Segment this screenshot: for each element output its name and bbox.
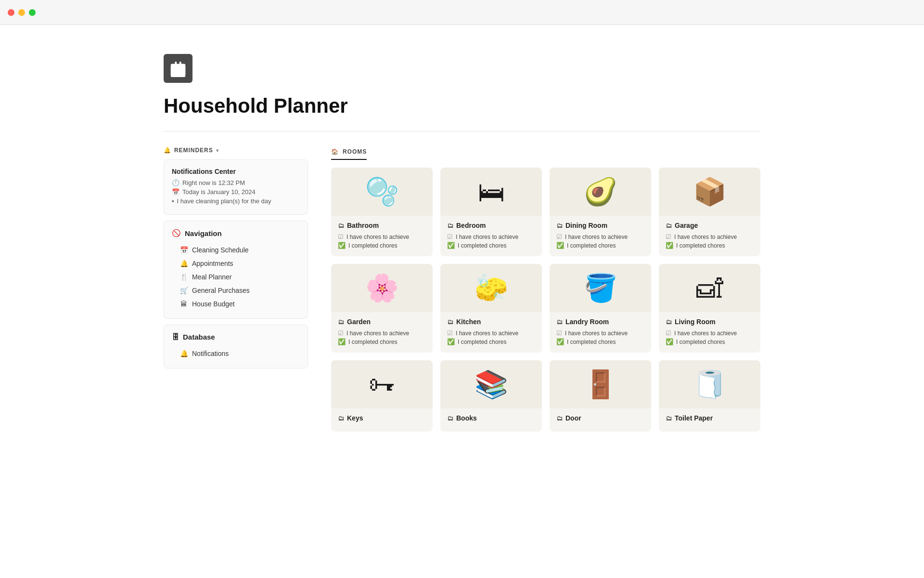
checkbox-unchecked-icon[interactable]: ☑ (556, 329, 562, 337)
notif-item-1: 📅 Today is January 10, 2024 (172, 188, 300, 196)
checkbox-unchecked-icon[interactable]: ☑ (666, 233, 671, 240)
chore-label: I completed chores (567, 339, 616, 345)
room-card-bathroom[interactable]: 🫧🗂Bathroom☑I have chores to achieve✅I co… (331, 168, 433, 256)
room-type-icon: 🗂 (666, 318, 672, 326)
chore-label: I have chores to achieve (456, 234, 518, 240)
room-name: 🗂Bathroom (338, 222, 426, 229)
room-type-icon: 🗂 (447, 318, 453, 326)
checkbox-checked-icon[interactable]: ✅ (666, 242, 673, 249)
maximize-button[interactable] (29, 9, 36, 16)
chore-item: ✅I completed chores (666, 242, 754, 249)
checkbox-unchecked-icon[interactable]: ☑ (447, 329, 453, 337)
room-card-keys[interactable]: 🗝🗂Keys (331, 360, 433, 432)
sidebar: 🔔 REMINDERS ▾ Notifications Center 🕛 Rig… (164, 147, 308, 368)
room-name: 🗂Door (556, 414, 644, 422)
bell-db-icon: 🔔 (180, 350, 188, 357)
checkbox-unchecked-icon[interactable]: ☑ (447, 233, 453, 240)
chore-item: ✅I completed chores (556, 242, 644, 249)
room-name: 🗂Keys (338, 414, 426, 422)
room-name-label: Garden (347, 318, 371, 326)
room-card-bedroom[interactable]: 🛏🗂Bedroom☑I have chores to achieve✅I com… (440, 168, 542, 256)
sidebar-item-cleaning-schedule[interactable]: 📅 Cleaning Schedule (172, 243, 300, 257)
checkbox-unchecked-icon[interactable]: ☑ (338, 329, 344, 337)
room-name-label: Bathroom (347, 222, 379, 229)
close-button[interactable] (8, 9, 14, 16)
rooms-label: ROOMS (343, 148, 367, 155)
room-card-body: 🗂Bathroom☑I have chores to achieve✅I com… (331, 216, 433, 256)
checkbox-checked-icon[interactable]: ✅ (338, 242, 346, 249)
room-card-kitchen[interactable]: 🧽🗂Kitchen☑I have chores to achieve✅I com… (440, 264, 542, 353)
room-card-toilet-paper[interactable]: 🧻🗂Toilet Paper (659, 360, 760, 432)
room-name-label: Garage (675, 222, 698, 229)
checkbox-unchecked-icon[interactable]: ☑ (556, 233, 562, 240)
chore-item: ✅I completed chores (338, 242, 426, 249)
page-title: Household Planner (164, 94, 760, 118)
room-card-living-room[interactable]: 🛋🗂Living Room☑I have chores to achieve✅I… (659, 264, 760, 353)
sidebar-item-label: House Budget (192, 300, 235, 308)
checkbox-checked-icon[interactable]: ✅ (556, 242, 564, 249)
room-type-icon: 🗂 (666, 415, 672, 422)
reminders-label: REMINDERS (174, 147, 213, 154)
navigation-icon: 🚫 (172, 229, 181, 237)
room-card-landry-room[interactable]: 🪣🗂Landry Room☑I have chores to achieve✅I… (550, 264, 651, 353)
room-name-label: Books (456, 414, 477, 422)
sidebar-item-appointments[interactable]: 🔔 Appointments (172, 257, 300, 270)
chore-item: ☑I have chores to achieve (666, 233, 754, 240)
main-area: 🏠 ROOMS 🫧🗂Bathroom☑I have chores to achi… (331, 147, 760, 432)
room-type-icon: 🗂 (338, 222, 344, 229)
room-card-door[interactable]: 🚪🗂Door (550, 360, 651, 432)
checkbox-unchecked-icon[interactable]: ☑ (666, 329, 671, 337)
checkbox-checked-icon[interactable]: ✅ (338, 338, 346, 345)
room-card-image: 🧽 (440, 264, 542, 312)
room-card-books[interactable]: 📚🗂Books (440, 360, 542, 432)
sidebar-item-label: Cleaning Schedule (192, 246, 249, 254)
room-name-label: Toilet Paper (675, 414, 713, 422)
chevron-down-icon: ▾ (216, 148, 219, 153)
chore-item: ☑I have chores to achieve (447, 329, 535, 337)
room-name-label: Kitchen (456, 318, 481, 326)
sidebar-item-label: Notifications (192, 350, 229, 357)
database-label: Database (183, 333, 215, 341)
fork-knife-icon: 🍴 (180, 273, 188, 281)
chore-label: I have chores to achieve (346, 234, 409, 240)
room-name: 🗂Dining Room (556, 222, 644, 229)
room-card-image: 🫧 (331, 168, 433, 216)
room-card-dining-room[interactable]: 🥑🗂Dining Room☑I have chores to achieve✅I… (550, 168, 651, 256)
chore-item: ☑I have chores to achieve (556, 329, 644, 337)
checkbox-checked-icon[interactable]: ✅ (666, 338, 673, 345)
minimize-button[interactable] (18, 9, 25, 16)
room-type-icon: 🗂 (556, 415, 563, 422)
room-name-label: Living Room (675, 318, 716, 326)
chore-item: ✅I completed chores (666, 338, 754, 345)
chore-item: ✅I completed chores (556, 338, 644, 345)
notif-item-2: ▪ I have cleaning plan(s) for the day (172, 197, 300, 205)
database-section-title: 🗄 Database (172, 333, 300, 341)
checkbox-checked-icon[interactable]: ✅ (447, 338, 455, 345)
reminders-section-header[interactable]: 🔔 REMINDERS ▾ (164, 147, 308, 154)
sidebar-item-house-budget[interactable]: 🏛 House Budget (172, 297, 300, 311)
checkbox-checked-icon[interactable]: ✅ (556, 338, 564, 345)
notif-text-2: I have cleaning plan(s) for the day (177, 197, 271, 205)
room-name: 🗂Toilet Paper (666, 414, 754, 422)
room-name: 🗂Living Room (666, 318, 754, 326)
chore-label: I have chores to achieve (456, 330, 518, 337)
sidebar-item-notifications[interactable]: 🔔 Notifications (172, 347, 300, 360)
room-type-icon: 🗂 (666, 222, 672, 229)
room-card-body: 🗂Toilet Paper (659, 408, 760, 432)
checkbox-checked-icon[interactable]: ✅ (447, 242, 455, 249)
room-name-label: Bedroom (456, 222, 486, 229)
notif-text-1: Today is January 10, 2024 (182, 188, 256, 196)
chore-label: I completed chores (458, 339, 506, 345)
chore-label: I have chores to achieve (674, 234, 737, 240)
chore-item: ✅I completed chores (447, 338, 535, 345)
room-type-icon: 🗂 (447, 222, 453, 229)
chore-label: I completed chores (567, 242, 616, 249)
sidebar-item-general-purchases[interactable]: 🛒 General Purchases (172, 284, 300, 297)
sidebar-item-meal-planner[interactable]: 🍴 Meal Planner (172, 270, 300, 284)
room-name-label: Landry Room (565, 318, 609, 326)
room-card-body: 🗂Kitchen☑I have chores to achieve✅I comp… (440, 312, 542, 353)
checkbox-unchecked-icon[interactable]: ☑ (338, 233, 344, 240)
room-card-garden[interactable]: 🌸🗂Garden☑I have chores to achieve✅I comp… (331, 264, 433, 353)
room-card-image: 🧻 (659, 360, 760, 408)
room-card-garage[interactable]: 📦🗂Garage☑I have chores to achieve✅I comp… (659, 168, 760, 256)
